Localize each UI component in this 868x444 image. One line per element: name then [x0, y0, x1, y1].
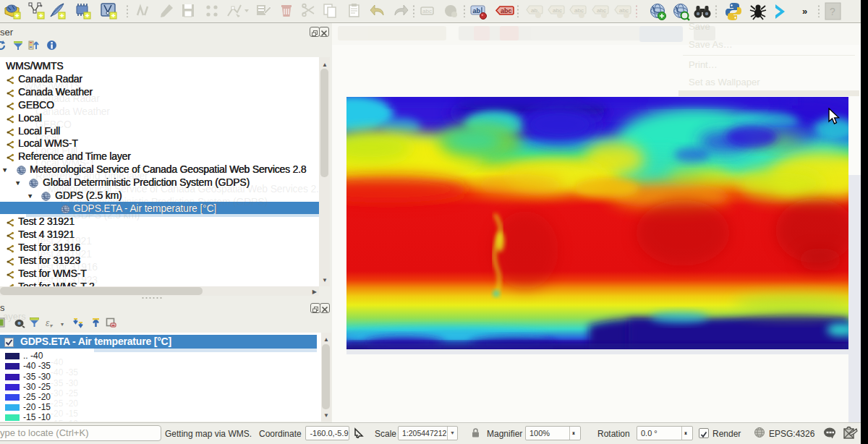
svg-text:ab: ab [473, 7, 481, 14]
svg-text:?: ? [830, 6, 835, 17]
svg-text:»: » [802, 6, 807, 17]
svg-text:abc: abc [422, 8, 432, 14]
svg-text:abc: abc [501, 7, 512, 14]
